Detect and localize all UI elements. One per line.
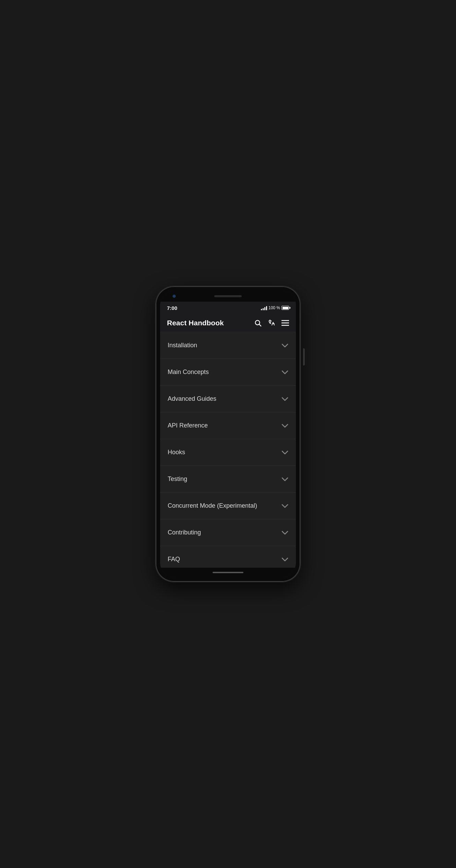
menu-item-label-6: Testing (168, 475, 187, 483)
translate-icon (268, 319, 275, 327)
search-button[interactable] (254, 319, 262, 327)
menu-item-label-1: Installation (168, 342, 197, 349)
header-icons (254, 319, 289, 327)
status-right: 100 % (261, 305, 289, 310)
signal-bar-1 (261, 309, 262, 310)
phone-screen: 7:00 100 % React Handbook (160, 291, 296, 577)
menu-item-label-8: Contributing (168, 529, 201, 536)
side-button (303, 348, 305, 365)
battery-icon (281, 306, 289, 310)
home-indicator (213, 572, 243, 573)
chevron-down-icon-3 (281, 397, 288, 401)
menu-item-4[interactable]: API Reference (160, 412, 296, 439)
menu-item-label-5: Hooks (168, 449, 185, 456)
app-title: React Handbook (167, 319, 224, 327)
menu-item-label-2: Main Concepts (168, 369, 209, 376)
chevron-down-icon-2 (281, 370, 288, 374)
menu-item-1[interactable]: Installation (160, 332, 296, 359)
menu-item-7[interactable]: Concurrent Mode (Experimental) (160, 493, 296, 519)
menu-item-8[interactable]: Contributing (160, 519, 296, 546)
chevron-down-icon-9 (281, 557, 288, 562)
chevron-down-icon-4 (281, 424, 288, 428)
menu-item-label-9: FAQ (168, 556, 180, 563)
status-bar: 7:00 100 % (160, 302, 296, 314)
menu-item-5[interactable]: Hooks (160, 439, 296, 466)
battery-percent: 100 % (268, 305, 280, 310)
menu-item-label-4: API Reference (168, 422, 208, 429)
hamburger-menu-button[interactable] (281, 320, 289, 326)
phone-frame: 7:00 100 % React Handbook (156, 287, 300, 581)
menu-list: Installation Main Concepts Advanced Guid… (160, 332, 296, 568)
status-time: 7:00 (167, 305, 177, 311)
search-icon (254, 319, 262, 327)
chevron-down-icon-6 (281, 477, 288, 481)
signal-bar-3 (264, 307, 265, 310)
chevron-down-icon-7 (281, 504, 288, 508)
svg-line-1 (259, 324, 261, 326)
chevron-down-icon-5 (281, 450, 288, 455)
front-camera (172, 294, 176, 298)
app-header: React Handbook (160, 314, 296, 332)
phone-bottom-bar (160, 568, 296, 577)
menu-item-6[interactable]: Testing (160, 466, 296, 493)
chevron-down-icon-8 (281, 531, 288, 535)
menu-item-2[interactable]: Main Concepts (160, 359, 296, 386)
chevron-down-icon-1 (281, 343, 288, 348)
signal-bar-2 (263, 308, 264, 310)
menu-item-label-3: Advanced Guides (168, 395, 216, 402)
menu-item-9[interactable]: FAQ (160, 546, 296, 568)
signal-bar-4 (266, 306, 267, 310)
battery-fill (283, 307, 288, 309)
phone-top-bar (160, 291, 296, 302)
signal-bars (261, 305, 267, 310)
menu-item-label-7: Concurrent Mode (Experimental) (168, 502, 257, 509)
menu-item-3[interactable]: Advanced Guides (160, 386, 296, 412)
translate-button[interactable] (268, 319, 275, 327)
speaker (214, 295, 242, 297)
hamburger-icon (281, 320, 289, 326)
